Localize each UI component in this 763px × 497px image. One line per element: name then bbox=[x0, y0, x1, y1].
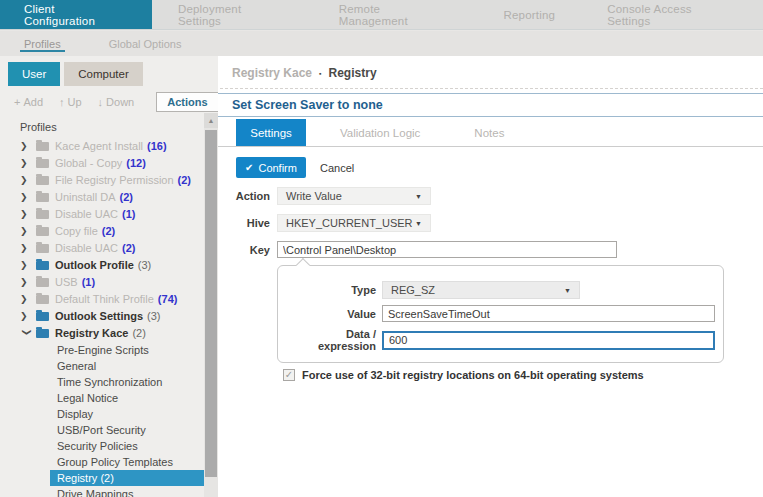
add-label: Add bbox=[23, 96, 43, 108]
type-select[interactable]: REG_SZ ▼ bbox=[382, 281, 580, 299]
chevron-down-icon: ▼ bbox=[415, 220, 422, 227]
tree-item-label: Uninstall DA bbox=[55, 189, 116, 206]
tab-settings[interactable]: Settings bbox=[236, 119, 306, 146]
tree-item-registry-kace[interactable]: ❯Registry Kace(2) bbox=[0, 325, 218, 342]
tree-item-display[interactable]: Display bbox=[50, 406, 204, 422]
settings-form: ✔ Confirm Cancel Action Write Value ▼ Hi… bbox=[218, 147, 763, 381]
chevron-collapsed-icon[interactable]: ❯ bbox=[20, 308, 36, 325]
hive-select[interactable]: HKEY_CURRENT_USER ▼ bbox=[277, 214, 431, 232]
scope-tabs: User Computer bbox=[0, 56, 218, 86]
tree-item-usb[interactable]: ❯USB(1) bbox=[0, 274, 218, 291]
tree-item-group-policy-templates[interactable]: Group Policy Templates bbox=[50, 454, 204, 470]
tree-item-pre-engine-scripts[interactable]: Pre-Engine Scripts bbox=[50, 342, 204, 358]
cancel-button[interactable]: Cancel bbox=[320, 162, 354, 174]
callout-notch bbox=[296, 258, 310, 272]
tree-item-usb-port-security[interactable]: USB/Port Security bbox=[50, 422, 204, 438]
tree-item-label: Copy file bbox=[55, 223, 98, 240]
tab-user[interactable]: User bbox=[8, 62, 60, 86]
chevron-down-icon: ▼ bbox=[564, 287, 571, 294]
action-label: Action bbox=[232, 190, 270, 202]
chevron-expanded-icon[interactable]: ❯ bbox=[18, 329, 35, 341]
arrow-down-icon: ↓ bbox=[98, 96, 104, 108]
tree-item-count: (2) bbox=[178, 172, 191, 189]
folder-icon bbox=[36, 312, 49, 321]
tree-item-count: (3) bbox=[147, 308, 160, 325]
tree-item-count: (1) bbox=[122, 206, 135, 223]
type-label: Type bbox=[286, 284, 376, 296]
down-label: Down bbox=[106, 96, 134, 108]
tree-item-label: Outlook Profile bbox=[55, 257, 134, 274]
nav-remote-management[interactable]: Remote Management bbox=[313, 0, 478, 29]
hive-value: HKEY_CURRENT_USER bbox=[286, 217, 415, 229]
tree-item-disable-uac[interactable]: ❯Disable UAC(2) bbox=[0, 240, 218, 257]
tree-item-global-copy[interactable]: ❯Global - Copy(12) bbox=[0, 155, 218, 172]
tree-item-label: Kace Agent Install bbox=[55, 138, 143, 155]
down-button[interactable]: ↓ Down bbox=[98, 96, 135, 108]
chevron-collapsed-icon[interactable]: ❯ bbox=[20, 172, 36, 189]
add-button[interactable]: + Add bbox=[14, 96, 43, 108]
tree-item-general[interactable]: General bbox=[50, 358, 204, 374]
tree-item-count: (16) bbox=[147, 138, 167, 155]
scrollbar-thumb[interactable] bbox=[205, 130, 217, 477]
tree-item-default-think-profile[interactable]: ❯Default Think Profile(74) bbox=[0, 291, 218, 308]
chevron-collapsed-icon[interactable]: ❯ bbox=[20, 274, 36, 291]
chevron-collapsed-icon[interactable]: ❯ bbox=[20, 223, 36, 240]
sub-nav: Profiles Global Options bbox=[0, 31, 763, 56]
subnav-global-options[interactable]: Global Options bbox=[105, 31, 186, 56]
tree-item-count: (1) bbox=[82, 274, 95, 291]
dashed-divider bbox=[220, 88, 763, 89]
chevron-collapsed-icon[interactable]: ❯ bbox=[20, 240, 36, 257]
profiles-sidebar: User Computer + Add ↑ Up ↓ Down Actions … bbox=[0, 56, 218, 497]
value-label: Value bbox=[286, 308, 376, 320]
tree-item-outlook-profile[interactable]: ❯Outlook Profile(3) bbox=[0, 257, 218, 274]
tree-item-drive-mappings[interactable]: Drive Mappings bbox=[50, 486, 204, 497]
tree-item-count: (74) bbox=[158, 291, 178, 308]
confirm-button[interactable]: ✔ Confirm bbox=[236, 157, 306, 178]
tree-item-outlook-settings[interactable]: ❯Outlook Settings(3) bbox=[0, 308, 218, 325]
folder-icon bbox=[36, 176, 49, 185]
chevron-collapsed-icon[interactable]: ❯ bbox=[20, 206, 36, 223]
value-group-panel: Type REG_SZ ▼ Value Data / expression bbox=[277, 265, 724, 363]
tree-item-legal-notice[interactable]: Legal Notice bbox=[50, 390, 204, 406]
confirm-label: Confirm bbox=[258, 162, 297, 174]
up-button[interactable]: ↑ Up bbox=[59, 96, 82, 108]
tree-item-copy-file[interactable]: ❯Copy file(2) bbox=[0, 223, 218, 240]
value-input[interactable] bbox=[382, 305, 715, 322]
page-title: Set Screen Saver to none bbox=[232, 98, 383, 112]
chevron-collapsed-icon[interactable]: ❯ bbox=[20, 189, 36, 206]
tree-item-security-policies[interactable]: Security Policies bbox=[50, 438, 204, 454]
tree-item-label: Disable UAC bbox=[55, 206, 118, 223]
scroll-up-icon[interactable]: ▲ bbox=[204, 113, 218, 128]
tree-item-file-registry-permission[interactable]: ❯File Registry Permission(2) bbox=[0, 172, 218, 189]
nav-reporting[interactable]: Reporting bbox=[478, 0, 582, 29]
tree-item-registry-2[interactable]: Registry (2) bbox=[50, 470, 204, 486]
tab-notes[interactable]: Notes bbox=[454, 119, 524, 146]
force-32bit-checkbox[interactable]: ✓ bbox=[283, 369, 295, 381]
tree-item-uninstall-da[interactable]: ❯Uninstall DA(2) bbox=[0, 189, 218, 206]
tab-validation-logic[interactable]: Validation Logic bbox=[320, 119, 440, 146]
key-input[interactable] bbox=[277, 241, 617, 258]
breadcrumb-parent[interactable]: Registry Kace bbox=[232, 66, 312, 80]
tree-item-disable-uac[interactable]: ❯Disable UAC(1) bbox=[0, 206, 218, 223]
tree-item-label: Default Think Profile bbox=[55, 291, 154, 308]
top-nav: Client Configuration Deployment Settings… bbox=[0, 0, 763, 30]
nav-client-configuration[interactable]: Client Configuration bbox=[0, 0, 152, 29]
action-select[interactable]: Write Value ▼ bbox=[277, 187, 431, 205]
tree-item-count: (12) bbox=[126, 155, 146, 172]
hive-label: Hive bbox=[232, 217, 270, 229]
nav-console-access-settings[interactable]: Console Access Settings bbox=[581, 0, 763, 29]
chevron-collapsed-icon[interactable]: ❯ bbox=[20, 155, 36, 172]
tree-item-time-synchronization[interactable]: Time Synchronization bbox=[50, 374, 204, 390]
chevron-collapsed-icon[interactable]: ❯ bbox=[20, 257, 36, 274]
tree-item-kace-agent-install[interactable]: ❯Kace Agent Install(16) bbox=[0, 138, 218, 155]
tree-scrollbar[interactable]: ▲ bbox=[204, 113, 218, 497]
breadcrumb-current: Registry bbox=[329, 66, 377, 80]
chevron-collapsed-icon[interactable]: ❯ bbox=[20, 138, 36, 155]
subnav-profiles[interactable]: Profiles bbox=[20, 31, 65, 56]
data-expression-input[interactable] bbox=[382, 331, 715, 350]
nav-deployment-settings[interactable]: Deployment Settings bbox=[152, 0, 313, 29]
chevron-collapsed-icon[interactable]: ❯ bbox=[20, 291, 36, 308]
tree-root-label: Profiles bbox=[0, 120, 218, 134]
tab-computer[interactable]: Computer bbox=[64, 62, 143, 86]
tree-item-label: USB bbox=[55, 274, 78, 291]
